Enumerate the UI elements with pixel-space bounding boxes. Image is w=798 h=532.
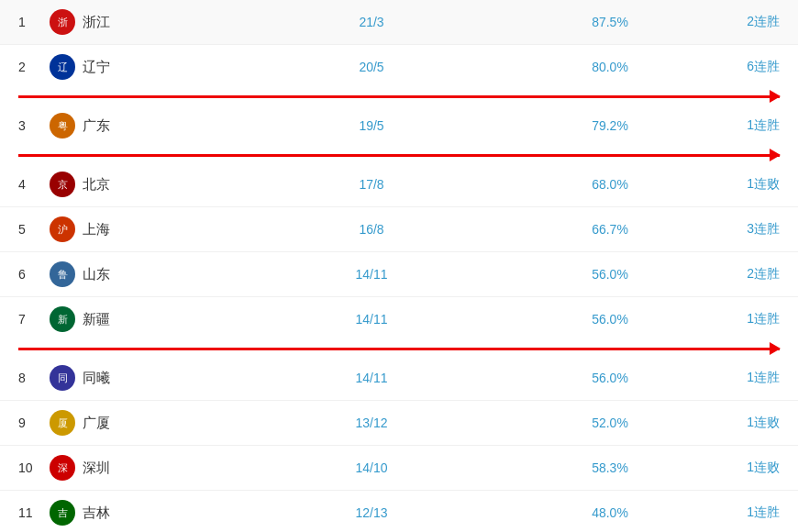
rank-8: 8 xyxy=(18,371,46,385)
team-name-新疆: 新疆 xyxy=(83,311,193,328)
team-name-北京: 北京 xyxy=(83,176,193,194)
table-row: 5 沪 上海 16/8 66.7% 3连胜 xyxy=(0,207,798,252)
arrow-line xyxy=(18,154,780,157)
team-logo-浙江: 浙 xyxy=(46,6,79,39)
team-streak-辽宁: 6连胜 xyxy=(670,59,780,75)
team-record-上海: 16/8 xyxy=(193,222,550,237)
team-streak-深圳: 1连败 xyxy=(670,460,780,476)
table-row: 7 新 新疆 14/11 56.0% 1连胜 xyxy=(0,297,798,341)
arrow-line xyxy=(18,95,780,98)
team-name-上海: 上海 xyxy=(83,221,193,238)
team-streak-广厦: 1连败 xyxy=(670,415,780,431)
team-logo-深圳: 深 xyxy=(46,451,79,484)
team-record-新疆: 14/11 xyxy=(193,312,550,327)
svg-text:深: 深 xyxy=(58,462,68,473)
table-row: 1 浙 浙江 21/3 87.5% 2连胜 xyxy=(0,0,798,45)
team-record-浙江: 21/3 xyxy=(193,15,550,29)
team-pct-山东: 56.0% xyxy=(550,267,670,282)
team-streak-山东: 2连胜 xyxy=(670,266,780,283)
rank-4: 4 xyxy=(18,177,46,192)
team-pct-广厦: 52.0% xyxy=(550,416,670,430)
rank-7: 7 xyxy=(18,312,46,327)
team-name-浙江: 浙江 xyxy=(83,14,193,31)
svg-text:厦: 厦 xyxy=(58,417,68,428)
table-row: 4 京 北京 17/8 68.0% 1连败 xyxy=(0,162,798,207)
team-record-广厦: 13/12 xyxy=(193,416,550,430)
team-logo-山东: 鲁 xyxy=(46,258,79,291)
rank-10: 10 xyxy=(18,460,46,475)
team-record-山东: 14/11 xyxy=(193,267,550,282)
team-logo-新疆: 新 xyxy=(46,303,79,336)
team-pct-辽宁: 80.0% xyxy=(550,60,670,74)
team-pct-北京: 68.0% xyxy=(550,177,670,192)
division-arrow xyxy=(0,148,798,162)
team-pct-同曦: 56.0% xyxy=(550,371,670,385)
team-record-辽宁: 20/5 xyxy=(193,60,550,74)
rank-6: 6 xyxy=(18,267,46,282)
division-arrow xyxy=(0,341,798,356)
table-row: 3 粤 广东 19/5 79.2% 1连胜 xyxy=(0,104,798,148)
team-record-吉林: 12/13 xyxy=(193,505,550,520)
team-record-同曦: 14/11 xyxy=(193,371,550,385)
team-streak-北京: 1连败 xyxy=(670,176,780,193)
rank-3: 3 xyxy=(18,118,46,133)
team-logo-辽宁: 辽 xyxy=(46,50,79,83)
team-streak-新疆: 1连胜 xyxy=(670,311,780,327)
team-name-广东: 广东 xyxy=(83,117,193,135)
team-streak-吉林: 1连胜 xyxy=(670,504,780,521)
team-name-同曦: 同曦 xyxy=(83,370,193,387)
svg-text:同: 同 xyxy=(58,372,68,383)
svg-text:吉: 吉 xyxy=(58,507,68,518)
table-row: 2 辽 辽宁 20/5 80.0% 6连胜 xyxy=(0,45,798,89)
svg-text:京: 京 xyxy=(58,179,68,190)
team-pct-新疆: 56.0% xyxy=(550,312,670,327)
team-pct-吉林: 48.0% xyxy=(550,505,670,520)
team-pct-广东: 79.2% xyxy=(550,118,670,133)
team-logo-广厦: 厦 xyxy=(46,406,79,439)
arrow-line xyxy=(18,348,780,350)
team-name-山东: 山东 xyxy=(83,266,193,283)
svg-text:浙: 浙 xyxy=(58,17,68,28)
team-pct-上海: 66.7% xyxy=(550,222,670,237)
table-row: 9 厦 广厦 13/12 52.0% 1连败 xyxy=(0,401,798,446)
svg-text:鲁: 鲁 xyxy=(58,269,68,280)
team-streak-浙江: 2连胜 xyxy=(670,14,780,30)
rank-2: 2 xyxy=(18,60,46,74)
svg-text:沪: 沪 xyxy=(58,224,68,235)
svg-text:粤: 粤 xyxy=(58,120,68,131)
team-record-北京: 17/8 xyxy=(193,177,550,192)
team-pct-浙江: 87.5% xyxy=(550,15,670,29)
team-pct-深圳: 58.3% xyxy=(550,460,670,475)
team-logo-同曦: 同 xyxy=(46,361,79,394)
team-logo-北京: 京 xyxy=(46,168,79,201)
team-streak-广东: 1连胜 xyxy=(670,117,780,134)
table-row: 10 深 深圳 14/10 58.3% 1连败 xyxy=(0,446,798,491)
rank-5: 5 xyxy=(18,222,46,237)
team-name-吉林: 吉林 xyxy=(83,504,193,522)
team-logo-吉林: 吉 xyxy=(46,496,79,529)
team-name-广厦: 广厦 xyxy=(83,415,193,432)
team-record-广东: 19/5 xyxy=(193,118,550,133)
team-record-深圳: 14/10 xyxy=(193,460,550,475)
team-name-辽宁: 辽宁 xyxy=(83,59,193,76)
rank-1: 1 xyxy=(18,15,46,29)
team-logo-广东: 粤 xyxy=(46,109,79,142)
team-logo-上海: 沪 xyxy=(46,213,79,246)
standings-table: 1 浙 浙江 21/3 87.5% 2连胜 2 辽 辽宁 20/5 80.0% … xyxy=(0,0,798,532)
division-arrow xyxy=(0,89,798,104)
table-row: 6 鲁 山东 14/11 56.0% 2连胜 xyxy=(0,252,798,297)
rank-11: 11 xyxy=(18,505,46,520)
table-row: 8 同 同曦 14/11 56.0% 1连胜 xyxy=(0,356,798,401)
team-streak-上海: 3连胜 xyxy=(670,221,780,238)
svg-text:新: 新 xyxy=(58,314,68,325)
svg-text:辽: 辽 xyxy=(58,61,68,72)
team-name-深圳: 深圳 xyxy=(83,460,193,477)
team-streak-同曦: 1连胜 xyxy=(670,370,780,386)
table-row: 11 吉 吉林 12/13 48.0% 1连胜 xyxy=(0,491,798,532)
rank-9: 9 xyxy=(18,416,46,430)
